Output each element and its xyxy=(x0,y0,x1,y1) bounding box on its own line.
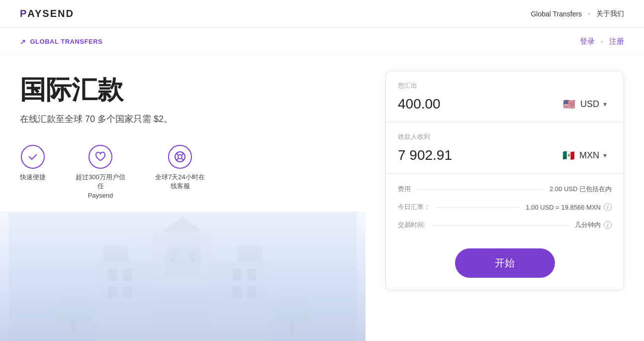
nav-global-transfers[interactable]: Global Transfers xyxy=(531,10,582,18)
logo-rest: AYSEND xyxy=(27,8,74,19)
svg-line-2 xyxy=(177,153,179,155)
rate-value: 1.00 USD = 19.8566 MXN i xyxy=(526,203,612,211)
fee-value: 2.00 USD 已包括在内 xyxy=(550,185,612,194)
svg-point-11 xyxy=(189,250,197,262)
receive-section: 收款人收到 🇲🇽 MXN ▾ xyxy=(386,122,624,174)
svg-rect-23 xyxy=(233,286,242,298)
feature-fast-label: 快速便捷 xyxy=(20,173,46,182)
time-info-icon[interactable]: i xyxy=(604,221,612,229)
receive-currency-code: MXN xyxy=(579,150,599,161)
subheader-left: ↗ GLOBAL TRANSFERS xyxy=(20,38,102,46)
subheader: ↗ GLOBAL TRANSFERS 登录 • 注册 xyxy=(0,28,644,56)
features-row: 快速便捷 超过300万用户信任Paysend xyxy=(20,145,346,200)
svg-rect-18 xyxy=(123,269,132,281)
time-value: 几分钟内 i xyxy=(575,221,612,229)
transfer-card: 您汇出 🇺🇸 USD ▾ 收款人收到 🇲🇽 MX xyxy=(385,71,624,290)
time-row: 交易时间: 几分钟内 i xyxy=(398,218,612,232)
send-currency-selector[interactable]: 🇺🇸 USD ▾ xyxy=(557,94,612,114)
mxn-flag: 🇲🇽 xyxy=(561,148,575,162)
svg-rect-15 xyxy=(103,246,128,261)
svg-rect-21 xyxy=(233,269,242,281)
feature-trust-label: 超过300万用户信任Paysend xyxy=(76,173,125,200)
send-input-row: 🇺🇸 USD ▾ xyxy=(398,94,612,114)
send-amount-input[interactable] xyxy=(398,96,497,112)
start-button-wrapper: 开始 xyxy=(386,240,624,290)
svg-rect-24 xyxy=(248,286,257,298)
feature-trust: 超过300万用户信任Paysend xyxy=(76,145,125,200)
fee-row: 费用 2.00 USD 已包括在内 xyxy=(398,182,612,197)
svg-rect-27 xyxy=(71,321,76,336)
send-currency-chevron: ▾ xyxy=(603,100,607,108)
svg-rect-19 xyxy=(108,286,117,298)
svg-rect-29 xyxy=(290,321,295,336)
svg-point-1 xyxy=(178,155,182,159)
svg-point-10 xyxy=(169,250,177,262)
receive-amount-input[interactable] xyxy=(398,147,497,163)
send-currency-code: USD xyxy=(580,99,599,110)
left-panel: 国际汇款 在线汇款至全球 70 多个国家只需 $2。 快速便捷 超 xyxy=(0,56,366,341)
svg-line-3 xyxy=(182,159,184,161)
rate-info-icon[interactable]: i xyxy=(604,203,612,211)
receive-label: 收款人收到 xyxy=(398,132,612,141)
svg-rect-20 xyxy=(123,286,132,298)
send-label: 您汇出 xyxy=(398,81,612,90)
navbar: PAYSEND Global Transfers • 关于我们 xyxy=(0,0,644,28)
login-link[interactable]: 登录 xyxy=(580,37,595,46)
rate-divider xyxy=(436,207,520,208)
subheader-right: 登录 • 注册 xyxy=(580,37,624,46)
svg-rect-25 xyxy=(9,321,357,341)
svg-line-4 xyxy=(182,153,184,155)
main-content: 国际汇款 在线汇款至全球 70 多个国家只需 $2。 快速便捷 超 xyxy=(0,56,644,341)
send-section: 您汇出 🇺🇸 USD ▾ xyxy=(386,71,624,122)
svg-line-5 xyxy=(177,159,179,161)
info-section: 费用 2.00 USD 已包括在内 今日汇率： 1.00 USD = 19.85… xyxy=(386,174,624,240)
support-icon xyxy=(168,145,192,169)
start-button[interactable]: 开始 xyxy=(455,248,555,278)
register-link[interactable]: 注册 xyxy=(609,37,624,46)
logo-p: P xyxy=(20,8,27,19)
time-label: 交易时间: xyxy=(398,221,426,229)
logo: PAYSEND xyxy=(20,8,74,19)
svg-rect-22 xyxy=(248,269,257,281)
subheader-label: GLOBAL TRANSFERS xyxy=(30,38,103,45)
nav-about[interactable]: 关于我们 xyxy=(596,9,624,18)
subheader-dot: • xyxy=(601,37,603,46)
feature-support: 全球7天24小时在线客服 xyxy=(155,145,205,200)
background-building xyxy=(0,212,366,341)
rate-label: 今日汇率： xyxy=(398,203,430,212)
svg-rect-17 xyxy=(108,269,117,281)
hero-subtitle: 在线汇款至全球 70 多个国家只需 $2。 xyxy=(20,113,346,125)
svg-rect-9 xyxy=(166,246,200,276)
arrow-icon: ↗ xyxy=(20,38,26,46)
usd-flag: 🇺🇸 xyxy=(562,97,576,111)
receive-input-row: 🇲🇽 MXN ▾ xyxy=(398,145,612,165)
feature-fast: 快速便捷 xyxy=(20,145,46,200)
heart-icon xyxy=(89,145,112,169)
fee-label: 费用 xyxy=(398,185,411,194)
receive-currency-chevron: ▾ xyxy=(603,151,607,159)
feature-support-label: 全球7天24小时在线客服 xyxy=(155,173,205,191)
hero-title: 国际汇款 xyxy=(20,76,346,104)
rate-row: 今日汇率： 1.00 USD = 19.8566 MXN i xyxy=(398,200,612,215)
nav-dot: • xyxy=(588,10,590,18)
svg-rect-16 xyxy=(238,246,263,261)
right-panel: 您汇出 🇺🇸 USD ▾ 收款人收到 🇲🇽 MX xyxy=(366,56,644,341)
fee-divider xyxy=(417,189,544,190)
navbar-right: Global Transfers • 关于我们 xyxy=(531,9,624,18)
receive-currency-selector[interactable]: 🇲🇽 MXN ▾ xyxy=(556,145,612,165)
time-divider xyxy=(432,225,569,226)
check-icon xyxy=(21,145,45,169)
